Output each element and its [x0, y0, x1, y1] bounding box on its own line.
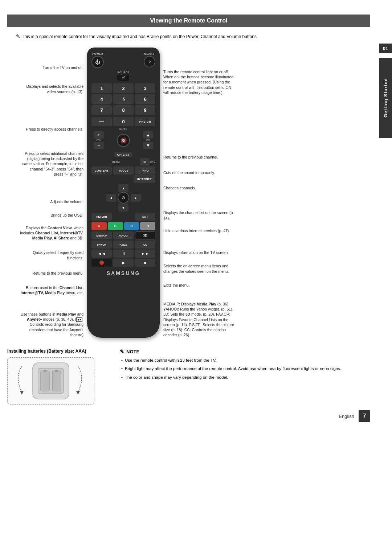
right-annotations: Turns the remote control light on or off…: [163, 48, 247, 338]
dpad-mid-row: ◄ ⊙ ►: [106, 192, 141, 204]
svg-marker-6: [20, 391, 24, 395]
btn-9[interactable]: 9: [135, 105, 155, 115]
svg-rect-5: [55, 370, 58, 372]
record-button[interactable]: [91, 259, 112, 267]
dpad-section: ▲ ◄ ⊙ ► ▼: [91, 184, 155, 212]
anno-dpad-r: Selects the on-screen menu items and cha…: [163, 263, 236, 274]
power-section: POWER ⏻: [91, 53, 104, 68]
main-layout: Turns the TV on and off. Displays and se…: [7, 48, 385, 338]
dpad-right-button[interactable]: ►: [131, 194, 141, 202]
return-button[interactable]: RETURN: [91, 213, 112, 221]
vol-up-button[interactable]: +: [94, 131, 104, 139]
language-label: English: [339, 414, 354, 419]
anno-mute-r: Cuts off the sound temporarily.: [163, 170, 236, 176]
page-footer: English 7: [7, 410, 370, 422]
anno-onoff: Turns the remote control light on or off…: [163, 69, 236, 95]
dpad-up-button[interactable]: ▲: [118, 184, 128, 192]
anno-source: Displays and selects the available video…: [20, 84, 83, 94]
source-label: SOURCE: [91, 71, 155, 74]
menu-icon-button[interactable]: ⊞: [140, 158, 150, 165]
ffwd-button[interactable]: ►►: [135, 250, 155, 258]
btn-8[interactable]: 8: [113, 105, 134, 115]
dpad-down-button[interactable]: ▼: [118, 204, 128, 212]
favch-button[interactable]: FAV.CH: [91, 241, 112, 249]
source-button[interactable]: ⏎: [117, 74, 130, 81]
cc-button[interactable]: CC: [135, 241, 155, 249]
btn-c[interactable]: C: [124, 222, 139, 230]
play-button[interactable]: ▶: [113, 259, 134, 267]
anno-osd: Brings up the OSD.: [20, 213, 83, 218]
ch-label: CH: [146, 139, 150, 141]
btn-1[interactable]: 1: [91, 83, 112, 93]
btn-a[interactable]: A: [91, 222, 107, 230]
vol-column: + VOL −: [91, 131, 106, 149]
btn-5[interactable]: ·5: [113, 94, 134, 104]
exit-button[interactable]: EXIT: [135, 213, 155, 221]
note-item-3: The color and shape may vary depending o…: [120, 374, 370, 381]
cti-row: CONTENT TOOLS INFO: [91, 167, 155, 174]
btn-7[interactable]: 7: [91, 105, 112, 115]
btn-3[interactable]: 3: [135, 83, 155, 93]
stop-button[interactable]: ■: [135, 259, 155, 267]
mute-label: MUTE: [91, 128, 155, 130]
btn-prech[interactable]: PRE-CH: [135, 117, 155, 126]
intro-text: This is a special remote control for the…: [7, 33, 370, 40]
anno-color-btns: Buttons used in the Channel List, Intern…: [20, 285, 83, 295]
ch-column: ▲ CH ▼: [141, 131, 155, 149]
note-item-2: Bright light may affect the performance …: [120, 366, 370, 372]
onoff-label: ON/OFF: [144, 53, 155, 55]
anno-chlist-r: Displays the channel list on the screen …: [163, 210, 236, 221]
internet-row: INTERNET: [91, 175, 155, 183]
vol-down-button[interactable]: −: [94, 142, 104, 149]
btn-4[interactable]: 4: [91, 94, 112, 104]
transport-row2: ▶ ■: [91, 259, 155, 267]
dpad-left-button[interactable]: ◄: [106, 194, 116, 202]
media-row: MEDIA.P YAHOO! 3D: [91, 231, 155, 239]
menu-label: MENU: [91, 161, 140, 163]
dpad-center-button[interactable]: ⊙: [118, 192, 129, 204]
content-button[interactable]: CONTENT: [91, 167, 112, 174]
left-annotations: Turns the TV on and off. Displays and se…: [7, 48, 83, 338]
psize-button[interactable]: P.SIZE: [113, 241, 134, 249]
ch-up-button[interactable]: ▲: [143, 131, 153, 139]
ch-down-button[interactable]: ▼: [143, 142, 153, 149]
anno-internet-r: Link to various internet services (p. 47…: [163, 228, 236, 234]
remote-column: POWER ⏻ ON/OFF ✧ SOURCE ⏎ 1 2: [83, 48, 163, 338]
anno-tools: Quickly select frequently used functions…: [20, 250, 83, 260]
tools-button[interactable]: TOOLS: [113, 167, 134, 174]
btn-0[interactable]: 0: [113, 117, 134, 126]
bottom-section: Installing batteries (Battery size: AAA): [7, 349, 370, 405]
rewind-button[interactable]: ◄◄: [91, 250, 112, 258]
pause-button[interactable]: ⏸: [113, 250, 134, 258]
internet-button[interactable]: INTERNET: [134, 175, 155, 183]
anno-media-btns: Use these buttons in Media Play and Anyn…: [20, 312, 83, 337]
chlist-button[interactable]: CH LIST: [114, 152, 133, 157]
transport-row1: ◄◄ ⏸ ►►: [91, 250, 155, 258]
svg-rect-3: [44, 370, 46, 372]
battery-title: Installing batteries (Battery size: AAA): [7, 349, 109, 354]
dpad-up-row: ▲: [118, 184, 128, 192]
onoff-section: ON/OFF ✧: [144, 53, 155, 67]
page-container: 01 Getting Started Viewing the Remote Co…: [0, 0, 392, 542]
btn-6[interactable]: 6: [135, 94, 155, 104]
btn-d[interactable]: D: [140, 222, 155, 230]
yahoo-button[interactable]: YAHOO!: [113, 231, 134, 239]
btn-b[interactable]: B: [108, 222, 123, 230]
btn-2[interactable]: 2: [113, 83, 134, 93]
power-button[interactable]: ⏻: [91, 56, 104, 68]
mute-button[interactable]: 🔇: [117, 134, 130, 147]
anno-media-r: MEDIA.P: Displays Media Play (p. 36). YA…: [163, 301, 236, 337]
battery-image: [7, 357, 94, 405]
mediap-button[interactable]: MEDIA.P: [91, 231, 112, 239]
onoff-button[interactable]: ✧: [144, 56, 155, 67]
anno-prech-r: Returns to the previous channel.: [163, 155, 236, 160]
btn-dash[interactable]: —: [91, 117, 112, 126]
battery-section: Installing batteries (Battery size: AAA): [7, 349, 109, 405]
threed-button[interactable]: 3D: [135, 231, 155, 239]
chlist-row: CH LIST: [91, 151, 155, 157]
anno-content: Displays the Content View, which include…: [20, 225, 83, 241]
info-button[interactable]: INFO: [135, 167, 155, 174]
anno-vol: Adjusts the volume.: [20, 199, 83, 205]
anno-power: Turns the TV on and off.: [20, 65, 83, 70]
power-label: POWER: [93, 53, 103, 55]
